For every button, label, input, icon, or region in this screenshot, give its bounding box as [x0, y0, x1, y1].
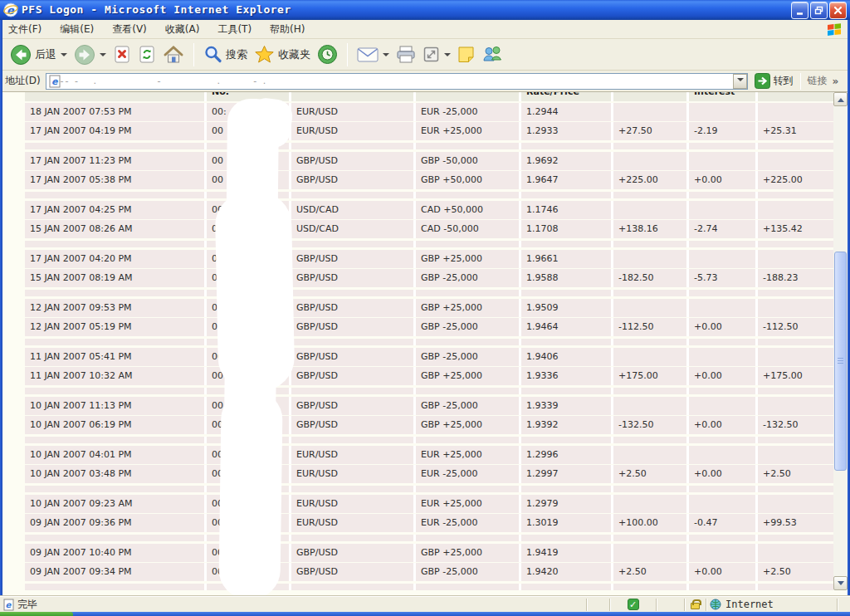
cell-total [758, 437, 833, 443]
scroll-down-button[interactable] [833, 576, 848, 590]
cell-amount: EUR +25,000 [416, 495, 519, 513]
cell-date: 17 JAN 2007 04:19 PM [25, 122, 204, 140]
table-row: 10 JAN 2007 11:13 PM 00 GBP/USD GBP -25,… [25, 397, 833, 415]
mail-button[interactable] [354, 45, 393, 65]
scroll-up-button[interactable] [833, 92, 848, 106]
cell-rate [521, 388, 611, 394]
cell-rate: 1.9392 [521, 416, 611, 434]
home-button[interactable] [159, 43, 188, 66]
cell-rate: 1.3019 [521, 514, 611, 532]
minimize-button[interactable] [791, 2, 808, 19]
back-dropdown-icon[interactable] [61, 53, 67, 60]
cell-total [758, 143, 833, 149]
edit-dropdown-icon[interactable] [444, 53, 451, 60]
cell-date: 10 JAN 2007 03:48 PM [25, 465, 204, 483]
arrow-up-icon [838, 95, 844, 102]
cell-total: +2.50 [758, 465, 833, 483]
table-row: 12 JAN 2007 05:19 PM 00 GBP/USD GBP -25,… [25, 318, 833, 336]
table-row: 09 JAN 2007 10:40 PM 00 GBP/USD GBP +25,… [25, 544, 833, 562]
close-button[interactable] [829, 2, 847, 19]
go-button[interactable]: 转到 [755, 73, 794, 89]
cell-pl [613, 192, 686, 198]
status-resize-grip[interactable] [837, 599, 850, 611]
cell-pl: +2.50 [613, 465, 686, 483]
cell-total: -188.23 [758, 269, 833, 287]
address-label: 地址(D) [5, 74, 41, 88]
restore-button[interactable] [810, 2, 828, 19]
links-more-icon[interactable]: » [833, 76, 839, 87]
title-bar: e PFS Logon - Microsoft Internet Explore… [0, 0, 850, 20]
cell-date: 10 JAN 2007 06:19 PM [25, 416, 204, 434]
cell-amount: GBP -25,000 [416, 348, 519, 366]
table-row: 17 JAN 2007 04:25 PM 00 USD/CAD CAD +50,… [25, 201, 833, 219]
menu-edit[interactable]: 编辑(E) [60, 22, 94, 37]
home-icon [163, 45, 184, 65]
redaction-overlay [218, 390, 282, 596]
cell-total [758, 388, 833, 394]
back-button[interactable]: 后退 [7, 42, 71, 67]
cell-amount: GBP +25,000 [416, 416, 519, 434]
table-row: 17 JAN 2007 04:19 PM 00 EUR/USD EUR +25,… [25, 122, 833, 140]
cell-total: +99.53 [758, 514, 833, 532]
edit-button[interactable] [419, 44, 454, 65]
cell-pl: +225.00 [613, 171, 686, 189]
close-icon [833, 5, 843, 16]
menu-help[interactable]: 帮助(H) [270, 22, 305, 37]
cell-amount: GBP +25,000 [416, 250, 519, 268]
cell-pair: GBP/USD [291, 367, 413, 385]
address-input[interactable]: e -- - . - . - . [46, 73, 748, 90]
address-separator [800, 73, 801, 90]
status-text: 完毕 [17, 598, 37, 612]
cell-interest: +0.00 [689, 171, 755, 189]
cell-total: +25.31 [758, 122, 833, 140]
cell-rate: 1.2979 [521, 495, 611, 513]
cell-rate [521, 339, 611, 345]
links-label[interactable]: 链接 [808, 74, 828, 88]
vertical-scrollbar[interactable] [833, 92, 848, 590]
cell-amount [416, 192, 519, 198]
cell-pl [613, 143, 686, 149]
cell-interest [689, 495, 755, 513]
menu-view[interactable]: 查看(V) [112, 22, 147, 37]
status-pane-main: e 完毕 [0, 599, 586, 611]
note-button[interactable] [454, 44, 478, 65]
refresh-button[interactable] [134, 43, 159, 66]
mail-dropdown-icon[interactable] [383, 53, 389, 60]
print-button[interactable] [393, 43, 419, 66]
address-dropdown-button[interactable] [733, 74, 747, 89]
taskbar [0, 612, 850, 616]
cell-pair [291, 535, 413, 541]
go-icon [755, 73, 770, 89]
cell-total [758, 584, 833, 590]
search-button[interactable]: 搜索 [200, 43, 251, 66]
group-separator-row [25, 535, 833, 541]
stop-button[interactable] [110, 43, 134, 66]
menu-tools[interactable]: 工具(T) [217, 22, 252, 37]
arrow-down-icon [838, 581, 844, 589]
messenger-button[interactable] [478, 43, 507, 66]
cell-pl: +2.50 [613, 563, 686, 581]
globe-icon [710, 599, 721, 610]
cell-pair: GBP/USD [291, 299, 413, 317]
cell-pl [613, 544, 686, 562]
scrollbar-thumb[interactable] [834, 252, 847, 471]
start-button[interactable] [0, 612, 73, 616]
back-icon [10, 44, 32, 66]
favorites-button[interactable]: 收藏夹 [251, 43, 314, 66]
shield-check-icon: ✓ [628, 599, 639, 610]
note-icon [457, 46, 475, 63]
history-button[interactable] [314, 42, 341, 66]
header-rate: Rate/Price [521, 92, 611, 101]
forward-button[interactable] [71, 42, 110, 67]
menu-file[interactable]: 文件(F) [8, 22, 42, 37]
table-row: 10 JAN 2007 03:48 PM 00: EUR/USD EUR -25… [25, 465, 833, 483]
messenger-icon [481, 45, 504, 64]
cell-pl: -182.50 [613, 269, 686, 287]
menu-favorites[interactable]: 收藏(A) [165, 22, 200, 37]
cell-amount [416, 437, 519, 443]
cell-date: 12 JAN 2007 09:53 PM [25, 299, 204, 317]
cell-pl [613, 299, 686, 317]
forward-dropdown-icon[interactable] [100, 53, 106, 60]
stop-icon [113, 45, 131, 65]
toolbar-separator [347, 43, 348, 66]
